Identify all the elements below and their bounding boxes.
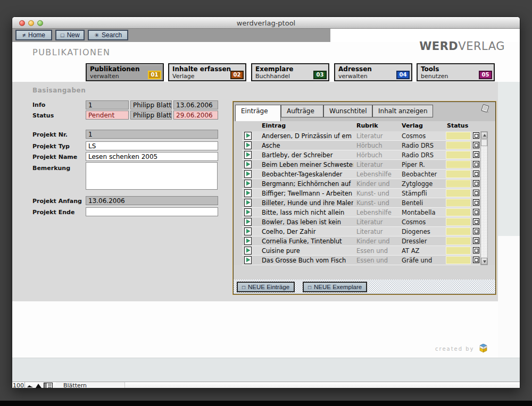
row-detail-button[interactable] — [473, 257, 479, 263]
row-detail-button[interactable] — [473, 228, 479, 234]
open-record-arrow-button[interactable] — [244, 189, 252, 197]
open-record-arrow-button[interactable] — [244, 227, 252, 235]
bemerkung-input[interactable] — [86, 162, 218, 190]
neue-eintraege-label: NEUE Einträge — [248, 284, 289, 290]
mode-popup-blaettern[interactable]: Blättern — [56, 382, 125, 388]
info-date-field: 13.06.2006 — [173, 100, 218, 109]
zoom-level-indicator[interactable]: 100 — [12, 382, 25, 388]
row-detail-button[interactable] — [473, 161, 479, 167]
neue-exemplare-button[interactable]: □NEUE Exemplare — [303, 282, 367, 292]
row-rubrik: Kunst- und — [356, 199, 399, 207]
open-record-arrow-button[interactable] — [244, 170, 252, 178]
row-rubrik: Literatur — [356, 161, 399, 168]
row-eintrag: Bartleby, der Schreiber — [262, 151, 353, 159]
open-record-arrow-button[interactable] — [244, 151, 252, 159]
row-status-input[interactable] — [446, 170, 471, 178]
new-record-button[interactable]: □New — [55, 30, 85, 40]
table-row: Andersen, D Prinzässin uf em Literatur C… — [242, 131, 480, 141]
open-record-arrow-button[interactable] — [244, 180, 252, 188]
open-record-arrow-button[interactable] — [244, 208, 252, 216]
row-status-input[interactable] — [446, 151, 471, 159]
row-detail-button[interactable] — [473, 171, 479, 177]
right-margin-top — [498, 82, 520, 236]
projekt-ende-input[interactable] — [86, 207, 218, 216]
open-record-arrow-button[interactable] — [244, 199, 252, 207]
row-detail-button[interactable] — [473, 209, 479, 215]
row-detail-button[interactable] — [473, 247, 479, 253]
projekt-anfang-label: Projekt Anfang — [32, 198, 82, 205]
row-detail-button[interactable] — [473, 199, 479, 206]
row-status-input[interactable] — [446, 160, 471, 168]
tab-auftraege[interactable]: Aufträge — [281, 105, 323, 117]
row-status-input[interactable] — [446, 247, 471, 255]
row-detail-button[interactable] — [473, 132, 479, 139]
module-tab-publikationen[interactable]: Publikationen verwalten 01 — [86, 63, 164, 81]
portal-scrollbar[interactable] — [480, 131, 488, 265]
home-button[interactable]: ≠Home — [15, 30, 52, 40]
projekt-nr-field: 1 — [86, 130, 218, 139]
row-status-input[interactable] — [446, 180, 471, 188]
row-rubrik: Literatur — [356, 228, 399, 235]
row-rubrik: Essen und — [356, 247, 399, 255]
neue-eintraege-button[interactable]: □NEUE Einträge — [237, 282, 295, 292]
projekt-name-input[interactable] — [86, 152, 218, 161]
module-number-badge: 03 — [313, 71, 327, 79]
window-title: werdverlag-ptool — [12, 19, 520, 27]
open-record-arrow-button[interactable] — [244, 160, 252, 168]
module-tab-exemplare[interactable]: Exemplare Buchhandel 03 — [251, 63, 329, 81]
row-detail-button[interactable] — [473, 218, 479, 225]
scrollbar-thumb[interactable] — [481, 139, 487, 146]
status-area-toggle-icon[interactable] — [44, 383, 53, 388]
row-status-input[interactable] — [446, 237, 471, 245]
open-record-arrow-button[interactable] — [244, 237, 252, 245]
new-record-icon: □ — [61, 32, 64, 38]
row-status-input[interactable] — [446, 227, 471, 235]
open-record-arrow-button[interactable] — [244, 256, 252, 264]
module-tab-inhalte-erfassen[interactable]: Inhalte erfassen Verlage 02 — [168, 63, 246, 81]
table-row: Coelho, Der Zahir Literatur Diogenes — [242, 227, 480, 236]
open-record-arrow-button[interactable] — [244, 218, 252, 226]
tab-eintraege[interactable]: Einträge — [235, 105, 281, 121]
row-detail-button[interactable] — [473, 238, 479, 244]
module-number-badge: 01 — [148, 71, 161, 79]
open-record-arrow-button[interactable] — [244, 247, 252, 255]
row-verlag: Cosmos — [402, 218, 445, 226]
search-button-label: Search — [102, 31, 122, 39]
projekt-typ-input[interactable] — [86, 141, 218, 150]
open-record-arrow-button[interactable] — [244, 141, 252, 149]
window-titlebar[interactable]: werdverlag-ptool — [12, 17, 520, 29]
status-value-field[interactable]: Pendent — [86, 111, 129, 120]
row-status-input[interactable] — [446, 199, 471, 207]
status-date-field[interactable]: 29.06.2006 — [173, 111, 218, 120]
row-eintrag: Billeter, Hunde und ihre Maler — [262, 199, 353, 207]
tab-inhalt-anzeigen[interactable]: Inhalt anzeigen — [372, 105, 433, 117]
module-subtitle: benutzen — [421, 73, 448, 80]
row-detail-button[interactable] — [473, 142, 479, 148]
module-tab-adressen[interactable]: Adressen verwalten 04 — [334, 63, 412, 81]
row-detail-button[interactable] — [473, 180, 479, 187]
desktop-background: werdverlag-ptool ≠Home □New ✳Search PUBL… — [0, 0, 532, 406]
row-verlag: Radio DRS — [402, 142, 445, 149]
neue-exemplare-label: NEUE Exemplare — [314, 284, 362, 290]
row-status-input[interactable] — [446, 256, 471, 264]
row-status-input[interactable] — [446, 132, 471, 140]
right-margin-bottom — [498, 236, 520, 365]
row-detail-button[interactable] — [473, 190, 479, 196]
table-row: Bowler, Das leben ist kein Literatur Cos… — [242, 217, 480, 227]
zoom-out-icon[interactable] — [27, 383, 34, 388]
module-tab-tools[interactable]: Tools benutzen 05 — [417, 63, 495, 81]
zoom-in-icon[interactable] — [35, 383, 42, 388]
row-status-input[interactable] — [446, 218, 471, 226]
home-icon: ≠ — [22, 32, 26, 38]
row-status-input[interactable] — [446, 208, 471, 216]
row-status-input[interactable] — [446, 189, 471, 197]
scroll-down-button[interactable] — [481, 258, 487, 265]
search-button[interactable]: ✳Search — [88, 30, 128, 40]
print-report-icon[interactable] — [480, 104, 490, 114]
scroll-up-button[interactable] — [481, 132, 487, 139]
open-record-arrow-button[interactable] — [244, 132, 252, 140]
tab-wunschtitel[interactable]: Wunschtitel — [323, 105, 372, 117]
row-status-input[interactable] — [446, 141, 471, 149]
row-verlag: Dressler — [402, 238, 445, 245]
row-detail-button[interactable] — [473, 151, 479, 158]
